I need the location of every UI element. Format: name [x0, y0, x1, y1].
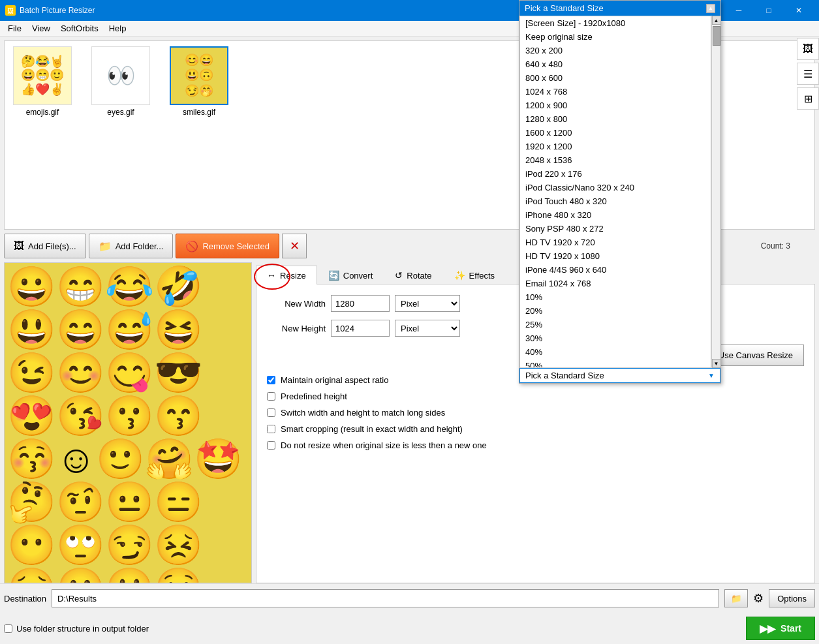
add-files-button[interactable]: 🖼 Add File(s)... — [4, 234, 86, 258]
tab-rotate[interactable]: ↺ Rotate — [384, 266, 442, 284]
dropdown-item-320x200[interactable]: 320 x 200 — [520, 44, 711, 57]
dropdown-item-50pct[interactable]: 50% — [520, 359, 711, 368]
dropdown-item-psp[interactable]: Sony PSP 480 x 272 — [520, 222, 711, 236]
file-thumbnail-emojis: 🤔😂🤘😀😁🙂👍❤️✌️ — [13, 46, 72, 105]
dropdown-item-hdtv720[interactable]: HD TV 1920 x 720 — [520, 236, 711, 249]
menu-softorbits[interactable]: SoftOrbits — [55, 22, 104, 35]
file-label-eyes: eyes.gif — [107, 108, 134, 117]
predefined-height-label: Predefined height — [281, 391, 347, 401]
scroll-down-btn[interactable]: ▼ — [712, 359, 721, 368]
no-resize-smaller-checkbox[interactable] — [267, 441, 275, 450]
dropdown-item-40pct[interactable]: 40% — [520, 345, 711, 359]
use-folder-checkbox[interactable] — [4, 624, 12, 633]
switch-wh-row: Switch width and height to match long si… — [267, 408, 804, 418]
dropdown-arrow-icon: ▼ — [708, 372, 715, 379]
close-button[interactable]: ✕ — [784, 0, 814, 21]
tab-convert[interactable]: 🔄 Convert — [317, 266, 384, 284]
remove-x-button[interactable]: ✕ — [282, 234, 307, 258]
menu-help[interactable]: Help — [104, 22, 132, 35]
dropdown-item-2048x1536[interactable]: 2048 x 1536 — [520, 153, 711, 167]
height-label: New Height — [267, 324, 326, 333]
predefined-height-row: Predefined height — [267, 391, 804, 401]
maximize-button[interactable]: □ — [754, 0, 784, 21]
use-folder-label: Use folder structure in output folder — [16, 624, 149, 634]
dropdown-item-1024x768[interactable]: 1024 x 768 — [520, 85, 711, 99]
dropdown-item-screen[interactable]: [Screen Size] - 1920x1080 — [520, 16, 711, 30]
minimize-button[interactable]: ─ — [724, 0, 754, 21]
file-item-emojis[interactable]: 🤔😂🤘😀😁🙂👍❤️✌️ emojis.gif — [10, 46, 75, 224]
dropdown-item-1600x1200[interactable]: 1600 x 1200 — [520, 126, 711, 140]
destination-bar: Destination 📁 ⚙ Options — [0, 583, 819, 613]
start-button[interactable]: ▶▶ Start — [746, 617, 815, 640]
dropdown-item-ipod-touch[interactable]: iPod Touch 480 x 320 — [520, 194, 711, 208]
dropdown-selected-display[interactable]: Pick a Standard Size ▼ — [519, 368, 720, 383]
convert-icon: 🔄 — [328, 270, 339, 281]
dropdown-item-25pct[interactable]: 25% — [520, 318, 711, 331]
sidebar-grid-icon[interactable]: ⊞ — [797, 87, 819, 110]
dropdown-item-30pct[interactable]: 30% — [520, 331, 711, 345]
dropdown-item-10pct[interactable]: 10% — [520, 290, 711, 304]
canvas-btn-label: Use Canvas Resize — [719, 350, 793, 360]
scroll-up-button[interactable]: ▲ — [706, 4, 715, 13]
file-item-smiles[interactable]: 😊😄😃🙃😏🤭 smiles.gif — [166, 46, 232, 224]
dropdown-item-email[interactable]: Email 1024 x 768 — [520, 277, 711, 290]
menu-file[interactable]: File — [3, 22, 27, 35]
width-unit-select[interactable]: Pixel Percent cm inch — [395, 295, 460, 312]
rotate-icon: ↺ — [395, 270, 403, 281]
standard-size-dropdown[interactable]: Pick a Standard Size ▲ [Screen Size] - 1… — [519, 0, 721, 384]
dropdown-item-ipod220[interactable]: iPod 220 x 176 — [520, 167, 711, 181]
add-folder-button[interactable]: 📁 Add Folder... — [89, 234, 174, 258]
file-item-eyes[interactable]: 👀 eyes.gif — [88, 46, 153, 224]
gear-icon: ⚙ — [753, 591, 764, 606]
x-icon: ✕ — [290, 239, 300, 253]
height-unit-select[interactable]: Pixel Percent cm inch — [395, 320, 460, 337]
dropdown-header: Pick a Standard Size ▲ — [519, 1, 720, 16]
file-count-badge: Count: 3 — [761, 241, 790, 251]
sidebar-list-icon[interactable]: ☰ — [797, 63, 819, 85]
dropdown-item-1200x900[interactable]: 1200 x 900 — [520, 99, 711, 112]
tab-resize-label: Resize — [280, 271, 306, 281]
destination-browse-button[interactable]: 📁 — [724, 589, 748, 607]
file-label-emojis: emojis.gif — [26, 108, 59, 117]
dropdown-item-1920x1200[interactable]: 1920 x 1200 — [520, 140, 711, 153]
dropdown-item-iphone4[interactable]: iPone 4/4S 960 x 640 — [520, 263, 711, 277]
dropdown-item-640x480[interactable]: 640 x 480 — [520, 57, 711, 71]
maintain-aspect-checkbox[interactable] — [267, 376, 275, 384]
resize-icon: ↔ — [267, 270, 276, 281]
predefined-height-checkbox[interactable] — [267, 392, 275, 401]
tab-effects[interactable]: ✨ Effects — [443, 266, 506, 284]
width-input[interactable] — [331, 295, 390, 312]
destination-path-input[interactable] — [52, 589, 719, 607]
switch-wh-label: Switch width and height to match long si… — [281, 408, 445, 418]
file-thumbnail-eyes: 👀 — [91, 46, 150, 105]
scroll-up-btn[interactable]: ▲ — [712, 16, 721, 25]
dropdown-item-1280x800[interactable]: 1280 x 800 — [520, 112, 711, 126]
dropdown-item-20pct[interactable]: 20% — [520, 304, 711, 318]
dropdown-list[interactable]: [Screen Size] - 1920x1080 Keep original … — [519, 16, 711, 368]
tab-convert-label: Convert — [343, 271, 373, 281]
file-thumbnail-smiles: 😊😄😃🙃😏🤭 — [170, 46, 228, 105]
tab-resize[interactable]: ↔ Resize — [256, 266, 317, 284]
dropdown-item-hdtv1080[interactable]: HD TV 1920 x 1080 — [520, 249, 711, 263]
bottom-bar: Use folder structure in output folder ▶▶… — [0, 613, 819, 644]
dropdown-scrollbar[interactable]: ▲ ▼ — [711, 16, 720, 368]
scroll-thumb[interactable] — [713, 26, 720, 46]
dropdown-item-ipod-classic[interactable]: iPod Classic/Nano 320 x 240 — [520, 181, 711, 194]
smart-cropping-checkbox[interactable] — [267, 425, 275, 433]
folder-icon: 📁 — [731, 594, 742, 604]
tab-effects-label: Effects — [469, 271, 495, 281]
dropdown-item-original[interactable]: Keep original size — [520, 30, 711, 44]
menu-view[interactable]: View — [27, 22, 55, 35]
add-files-label: Add File(s)... — [28, 241, 76, 251]
remove-selected-button[interactable]: 🚫 Remove Selected — [176, 234, 279, 258]
height-input[interactable] — [331, 320, 390, 337]
dropdown-item-800x600[interactable]: 800 x 600 — [520, 71, 711, 85]
options-label: Options — [777, 594, 807, 604]
dropdown-selected-text: Pick a Standard Size — [525, 371, 604, 380]
switch-wh-checkbox[interactable] — [267, 408, 275, 417]
remove-selected-label: Remove Selected — [202, 241, 270, 251]
no-resize-smaller-row: Do not resize when original size is less… — [267, 440, 804, 450]
dropdown-item-iphone[interactable]: iPhone 480 x 320 — [520, 208, 711, 222]
options-button[interactable]: Options — [769, 589, 815, 607]
sidebar-image-icon[interactable]: 🖼 — [797, 38, 819, 60]
